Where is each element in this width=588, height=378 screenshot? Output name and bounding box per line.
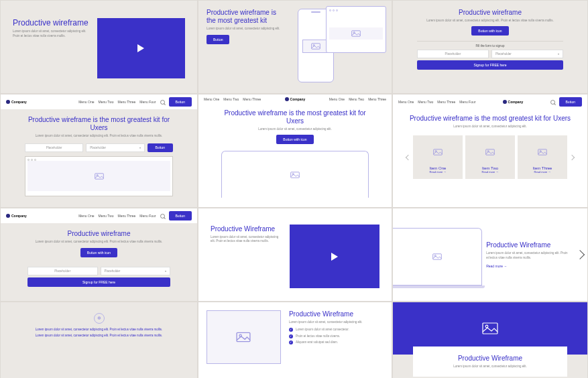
video-placeholder[interactable] — [97, 18, 185, 78]
gear-icon: ✻ — [94, 313, 105, 324]
browser-frame — [25, 156, 173, 196]
nav-link[interactable]: Menu Four — [139, 100, 156, 104]
bullet: Proin et lectus vitae nulla viverra. — [296, 334, 340, 338]
cta-button[interactable]: Button — [207, 35, 229, 44]
input-1[interactable]: Placeholder — [417, 50, 489, 58]
navbar: Company Menu One Menu Two Menu Three Men… — [1, 94, 197, 109]
nav-link[interactable]: Menu Three — [117, 214, 135, 218]
nav-link[interactable]: Menu Three — [243, 97, 261, 101]
nav-link[interactable]: Menu Two — [223, 97, 239, 101]
subtitle: Lorem ipsum dolor sit amet, consectetur … — [207, 27, 283, 31]
nav-button[interactable]: Button — [559, 97, 582, 107]
nav-menu: Menu One Menu Two Menu Three — [204, 97, 261, 101]
nav-menu: Menu One Menu Two Menu Three Menu Four — [78, 214, 156, 218]
check-icon: ✓ — [289, 334, 293, 338]
card-link[interactable]: Read more → — [418, 170, 457, 174]
card-link[interactable]: Read more → — [471, 170, 510, 174]
check-icon: ✓ — [289, 340, 293, 344]
search-icon[interactable] — [160, 214, 165, 218]
subtitle: Lorem ipsum dolor sit amet, consectetur … — [421, 365, 559, 369]
laptop-mockup — [221, 151, 369, 198]
select-1[interactable]: Placeholder▾ — [101, 267, 171, 275]
logo-icon — [6, 100, 10, 104]
logo[interactable]: Company — [6, 100, 27, 104]
navbar: Company Menu One Menu Two Menu Three Men… — [1, 208, 197, 223]
subtitle: Lorem ipsum dolor sit amet, consectetur … — [289, 320, 384, 324]
navbar: Menu One Menu Two Menu Three Menu Four C… — [393, 94, 587, 109]
read-more-link[interactable]: Read more → — [486, 264, 569, 268]
wf-hero-signup: Productive wireframe Lorem ipsum dolor s… — [392, 0, 588, 94]
wf-hero-devices: Productive wireframe is the most greates… — [198, 0, 392, 94]
subtitle: Lorem ipsum dolor sit amet, consectetur … — [25, 134, 173, 138]
nav-link[interactable]: Menu One — [78, 100, 94, 104]
cta-button[interactable]: Button with icon — [471, 26, 508, 36]
signup-button[interactable]: Signup for FREE here — [27, 277, 170, 287]
title: Productive Wireframe — [486, 241, 569, 249]
nav-button[interactable]: Button — [169, 97, 192, 107]
footer-text: Lorem ipsum dolor sit amet, consectetur … — [21, 328, 177, 332]
nav-link[interactable]: Menu Two — [98, 100, 113, 104]
nav-link[interactable]: Menu Two — [349, 97, 364, 101]
card[interactable]: Item One Read more → — [413, 135, 463, 179]
cta-button[interactable]: Button with icon — [276, 135, 313, 144]
cta-button[interactable]: Button with icon — [80, 248, 117, 257]
submit-button[interactable]: Button — [148, 143, 173, 152]
nav-link[interactable]: Menu One — [398, 100, 414, 104]
check-icon: ✓ — [289, 328, 293, 332]
bullet: Lorem ipsum dolor sit amet consectetur. — [296, 328, 349, 332]
subtitle: Lorem ipsum dolor sit amet, consectetur … — [417, 19, 563, 23]
card-link[interactable]: Read more → — [523, 170, 562, 174]
nav-link[interactable]: Menu Four — [459, 100, 475, 104]
wf-nav-laptop: Menu One Menu Two Menu Three Company Men… — [198, 94, 392, 208]
logo[interactable]: Company — [6, 214, 27, 218]
input-1[interactable]: Placeholder — [25, 143, 83, 152]
wf-hero-video-left: Productive wireframe Lorem ipsum dolor s… — [0, 0, 198, 94]
title: Productive wireframe is the most greates… — [406, 115, 574, 123]
logo-icon — [6, 214, 10, 218]
prev-icon[interactable] — [406, 155, 411, 160]
svg-rect-2 — [483, 323, 497, 334]
search-icon[interactable] — [160, 100, 165, 105]
nav-link[interactable]: Menu One — [78, 214, 94, 218]
nav-link[interactable]: Menu Three — [368, 97, 386, 101]
video-placeholder[interactable] — [290, 225, 379, 288]
next-icon[interactable] — [569, 155, 575, 160]
nav-link[interactable]: Menu Three — [437, 100, 455, 104]
search-icon[interactable] — [550, 100, 555, 105]
wf-nav-signup-2: Company Menu One Menu Two Menu Three Men… — [0, 208, 198, 302]
browser-mockup — [326, 6, 386, 53]
card[interactable]: Item Three Read more → — [518, 135, 567, 179]
wf-nav-form: Company Menu One Menu Two Menu Three Men… — [0, 94, 198, 208]
title: Productive Wireframe — [289, 310, 384, 318]
title: Productive wireframe is the most greates… — [25, 116, 173, 132]
nav-link[interactable]: Menu One — [204, 97, 219, 101]
nav-button[interactable]: Button — [169, 211, 192, 220]
wf-hero-dark: Productive Wireframe Lorem ipsum dolor s… — [392, 302, 588, 378]
play-icon — [331, 253, 338, 261]
next-icon[interactable] — [575, 250, 585, 259]
signup-button[interactable]: Signup for FREE here — [417, 60, 563, 70]
wf-footer-text: ✻ Lorem ipsum dolor sit amet, consectetu… — [0, 302, 198, 378]
logo[interactable]: Company — [285, 97, 306, 101]
select-1[interactable]: Placeholder▾ — [86, 143, 144, 152]
nav-menu: Menu One Menu Two Menu Three Menu Four — [398, 100, 475, 104]
logo-icon — [503, 100, 507, 104]
wf-laptop-text-right: Productive Wireframe Lorem ipsum dolor s… — [392, 208, 588, 302]
nav-link[interactable]: Menu Three — [117, 100, 135, 104]
play-icon — [137, 44, 144, 52]
nav-link[interactable]: Menu Two — [98, 214, 113, 218]
nav-link[interactable]: Menu One — [329, 97, 345, 101]
title: Productive Wireframe — [211, 225, 282, 233]
wf-feature-list: Productive Wireframe Lorem ipsum dolor s… — [198, 302, 392, 378]
nav-link[interactable]: Menu Two — [418, 100, 433, 104]
nav-link[interactable]: Menu Four — [139, 214, 156, 218]
svg-point-3 — [485, 325, 488, 328]
select-1[interactable]: Placeholder▾ — [491, 50, 563, 58]
subtitle: Lorem ipsum dolor sit amet, consectetur … — [486, 251, 569, 260]
card[interactable]: Item Two Read more → — [465, 135, 515, 179]
input-1[interactable]: Placeholder — [27, 267, 98, 275]
logo[interactable]: Company — [503, 100, 524, 104]
image-icon — [482, 322, 498, 334]
subtitle: Lorem ipsum dolor sit amet, consectetur … — [211, 235, 282, 244]
navbar: Menu One Menu Two Menu Three Company Men… — [198, 94, 392, 104]
